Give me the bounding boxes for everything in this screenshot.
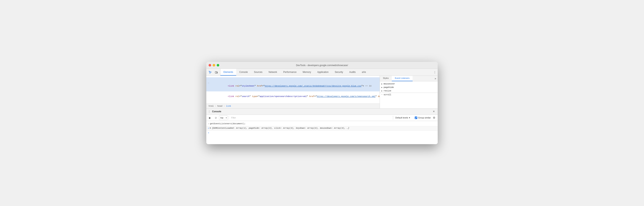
console-line-output[interactable]: < ▶ {DOMContentLoaded: Array(1), pagehid… [206,126,438,131]
styles-tabs: Styles Event Listeners » [380,76,438,81]
styles-panel: Styles Event Listeners » ▶ mouseover ▶ p… [380,76,438,108]
device-toolbar-icon[interactable] [214,70,219,75]
tab-performance[interactable]: Performance [280,69,300,76]
tab-application[interactable]: Application [314,69,332,76]
group-similar-checkbox[interactable] [415,117,417,119]
expand-icon: ▶ [382,86,382,88]
console-header: ⋮ Console × [206,109,438,115]
console-title: Console [212,110,221,113]
more-tabs-button[interactable]: ⋮ [432,69,438,76]
tab-elements[interactable]: Elements [220,69,236,76]
expand-icon: — [382,94,382,96]
console-output: > getEventListeners(document); < ▶ {DOMC… [206,121,438,144]
tab-console[interactable]: Console [236,69,251,76]
tab-axe[interactable]: aXe [359,69,369,76]
expand-icon: ▶ [382,90,382,92]
elements-code-line-1[interactable]: … <link rel="stylesheet" href="https://d… [206,77,380,91]
console-line-empty[interactable]: > [206,131,438,135]
console-toolbar: ▶ ⊘ top ▾ Default levels ▾ [206,115,438,121]
breadcrumb-link[interactable]: link [225,105,232,108]
main-tabs-list: Elements Console Sources Network Perform… [220,69,432,76]
tab-styles[interactable]: Styles [380,76,392,81]
context-selector-wrap: top ▾ [219,115,228,120]
console-play-button[interactable]: ▶ [208,115,212,120]
toolbar-divider-2 [393,116,393,120]
close-button[interactable] [209,64,211,66]
svg-rect-0 [215,71,217,73]
elements-panel: … <link rel="stylesheet" href="https://d… [206,76,380,108]
expand-object-icon[interactable]: ▶ [210,127,211,130]
devtools-window: DevTools - developers.google.com/web/sho… [206,62,438,144]
inspect-element-icon[interactable] [208,70,213,75]
console-input-text: getEventListeners(document); [210,122,246,126]
svg-rect-1 [217,72,218,73]
elements-html-view: … <link rel="stylesheet" href="https://d… [206,76,380,104]
breadcrumb-html[interactable]: html [208,105,214,108]
console-line-input[interactable]: > getEventListeners(document); [206,122,438,126]
more-style-tabs-button[interactable]: » [433,76,438,81]
prompt-output-icon: < [208,127,209,130]
event-item-scroll[interactable]: — scroll [380,93,438,96]
console-drag-handle[interactable]: ⋮ [208,110,210,113]
prompt-input-icon: > [208,122,209,126]
devtools-tools [206,69,220,76]
console-output-text: {DOMContentLoaded: Array(1), pagehide: A… [212,127,350,130]
console-settings-button[interactable]: ⚙ [432,115,436,120]
console-ban-button[interactable]: ⊘ [213,115,218,120]
tab-event-listeners[interactable]: Event Listeners [392,76,412,81]
prompt-empty-icon: > [208,131,209,135]
tab-audits[interactable]: Audits [346,69,359,76]
event-item-resize[interactable]: ▶ resize [380,89,438,92]
traffic-lights [209,64,219,66]
filter-input[interactable] [230,116,392,119]
console-drawer: ⋮ Console × ▶ ⊘ top ▾ [206,109,438,144]
title-bar: DevTools - developers.google.com/web/sho… [206,62,438,69]
tab-memory[interactable]: Memory [300,69,314,76]
minimize-button[interactable] [213,64,215,66]
expand-icon: ▶ [382,83,382,85]
group-similar-label[interactable]: Group similar [415,117,431,119]
context-selector[interactable]: top [219,115,228,120]
tab-sources[interactable]: Sources [251,69,266,76]
event-item-mouseover[interactable]: ▶ mouseover [380,82,438,86]
elements-code-line-2[interactable]: <link rel="search" type="application/ope… [206,91,380,102]
levels-chevron-icon: ▾ [409,117,410,119]
event-item-pagehide[interactable]: ▶ pagehide [380,86,438,89]
levels-selector-wrap: Default levels ▾ [394,116,414,120]
tab-network[interactable]: Network [266,69,280,76]
console-close-button[interactable]: × [432,109,436,114]
tab-security[interactable]: Security [332,69,346,76]
window-title: DevTools - developers.google.com/web/sho… [296,64,348,67]
maximize-button[interactable] [217,64,219,66]
breadcrumb-head[interactable]: head [216,105,223,108]
devtools-tabs-bar: Elements Console Sources Network Perform… [206,69,438,76]
event-listeners-list: ▶ mouseover ▶ pagehide ▶ resize — scrol [380,81,438,97]
default-levels-button[interactable]: Default levels ▾ [394,116,414,120]
breadcrumb: html › head › link [206,104,380,109]
ellipsis-icon: … [208,81,209,84]
